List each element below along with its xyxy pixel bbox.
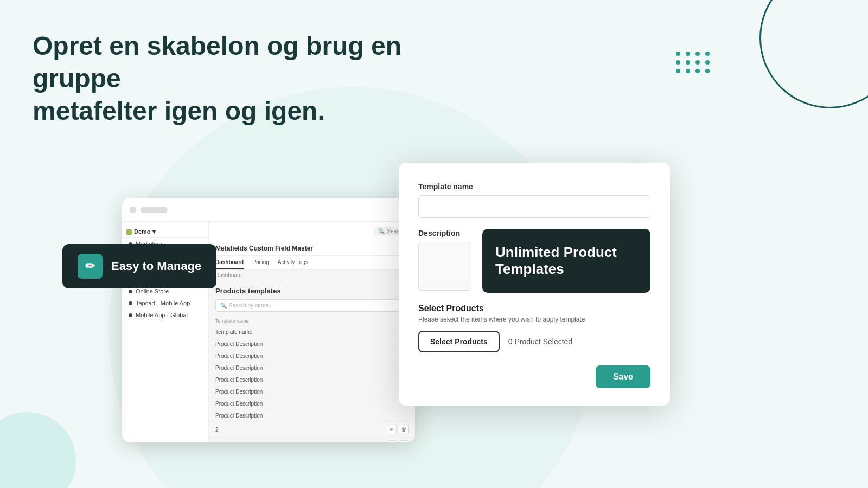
- decorative-circle-top-right: [760, 0, 868, 108]
- search-icon: 🔍: [378, 228, 385, 234]
- save-button[interactable]: Save: [596, 365, 650, 388]
- table-row: Product Description: [209, 350, 415, 362]
- badge-label: Easy to Manage: [111, 259, 201, 273]
- app-title: Metafields Custom Field Master: [209, 241, 415, 256]
- dots-decoration: [676, 52, 711, 73]
- table-row: Product Description: [209, 410, 415, 422]
- edit-icon[interactable]: ✏: [387, 440, 397, 442]
- save-row: Save: [418, 365, 650, 388]
- delete-icon[interactable]: 🗑: [399, 425, 409, 434]
- select-products-subtitle: Please sekect the items where you wish t…: [418, 316, 650, 323]
- template-name-label: Template name: [418, 182, 650, 191]
- table-row: Product Description: [209, 374, 415, 386]
- easy-to-manage-badge: ✏ Easy to Manage: [62, 244, 216, 288]
- select-products-title: Select Products: [418, 304, 650, 313]
- description-label: Description: [418, 229, 471, 237]
- heading-line1: Opret en skabelon og brug en gruppe: [33, 31, 401, 93]
- pencil-icon: ✏: [78, 254, 103, 279]
- shopify-topbar: 🔍 Search: [209, 222, 415, 241]
- table-row-with-actions: 2 ✏ 🗑: [209, 422, 415, 438]
- form-card: Template name Description Unlimited Prod…: [399, 163, 670, 406]
- table-row: Product Description: [209, 362, 415, 374]
- panel-title-bar: [122, 198, 415, 222]
- products-templates-title: Products templates: [209, 280, 415, 299]
- template-table-header: Template name: [209, 316, 415, 326]
- table-row: Product Description: [209, 386, 415, 398]
- window-btn-close: [130, 207, 136, 213]
- tab-activity-logs[interactable]: Activity Logs: [278, 256, 308, 269]
- product-count: 0 Product Selected: [508, 337, 572, 346]
- row-actions: ✏ 🗑: [376, 440, 409, 442]
- decorative-circle-bottom-left: [0, 412, 76, 488]
- template-search-input[interactable]: 🔍 Search by name...: [215, 299, 409, 312]
- tab-dashboard[interactable]: Dashboard: [215, 256, 244, 269]
- delete-icon[interactable]: 🗑: [399, 440, 409, 442]
- row-actions: ✏ 🗑: [376, 425, 409, 434]
- unlimited-badge: Unlimited Product Templates: [482, 229, 650, 293]
- shopify-main-content: 🔍 Search Metafields Custom Field Master …: [209, 222, 415, 442]
- select-products-button[interactable]: Select Products: [418, 331, 500, 352]
- tab-pricing[interactable]: Pricing: [252, 256, 269, 269]
- description-input[interactable]: [418, 242, 471, 291]
- window-btn-rect: [141, 207, 168, 213]
- app-tabs: Dashboard Pricing Activity Logs: [209, 256, 415, 270]
- breadcrumb: Dashboard: [209, 270, 415, 280]
- search-bar-row: 🔍 Search by name...: [209, 299, 415, 316]
- description-row: Description Unlimited Product Templates: [418, 229, 650, 293]
- nav-mobile-app: Mobile App - Global: [122, 309, 208, 321]
- heading-line2: metafelter igen og igen.: [33, 97, 325, 125]
- nav-tapcart: Tapcart - Mobile App: [122, 297, 208, 309]
- table-row-with-actions: 2 ✏ 🗑: [209, 438, 415, 442]
- demo-label: Demo ▾: [134, 228, 156, 235]
- edit-icon[interactable]: ✏: [387, 425, 397, 434]
- search-icon: 🔍: [220, 303, 227, 309]
- select-products-row: Select Products 0 Product Selected: [418, 331, 650, 352]
- select-products-section: Select Products Please sekect the items …: [418, 304, 650, 352]
- main-heading: Opret en skabelon og brug en gruppe meta…: [33, 30, 456, 127]
- description-col: Description: [418, 229, 471, 293]
- table-row: Product Description: [209, 398, 415, 410]
- template-name-input[interactable]: [418, 195, 650, 218]
- table-row: Template name: [209, 326, 415, 338]
- table-row: Product Description: [209, 338, 415, 350]
- shopify-admin-panel: Demo ▾ Marketing Discounts Apps Sales ch…: [122, 198, 415, 442]
